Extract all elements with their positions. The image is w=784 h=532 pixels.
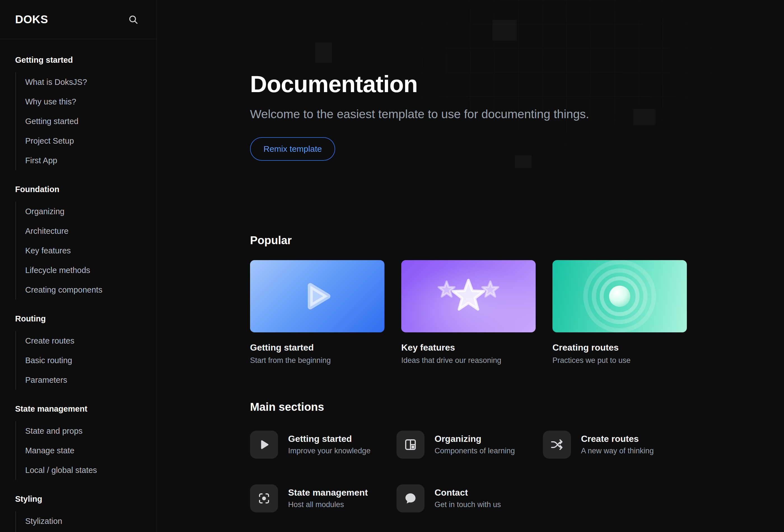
nav-items: What is DoksJS? Why use this? Getting st… — [16, 72, 157, 170]
card-subtitle: Start from the beginning — [250, 356, 385, 365]
sidebar-item-first-app[interactable]: First App — [25, 151, 157, 170]
sidebar-item-parameters[interactable]: Parameters — [25, 370, 157, 390]
item-title: Getting started — [288, 434, 370, 444]
main-section-create-routes[interactable]: Create routes A new way of thinking — [543, 431, 689, 459]
nav-section-title: State management — [15, 404, 157, 414]
page-subtitle: Welcome to the easiest template to use f… — [250, 107, 784, 121]
item-subtitle: A new way of thinking — [581, 447, 654, 455]
card-subtitle: Ideas that drive our reasoning — [401, 356, 536, 365]
nav-section-foundation: Foundation Organizing Architecture Key f… — [0, 184, 157, 300]
item-subtitle: Host all modules — [288, 500, 368, 509]
item-title: Contact — [435, 487, 501, 498]
nav-section-title: Getting started — [15, 55, 157, 65]
nav-section-title: Styling — [15, 494, 157, 504]
nav-section-title: Routing — [15, 314, 157, 324]
sidebar-item-getting-started[interactable]: Getting started — [25, 111, 157, 131]
sidebar-item-architecture[interactable]: Architecture — [25, 221, 157, 241]
popular-heading: Popular — [250, 234, 784, 247]
search-icon — [128, 14, 139, 25]
main-sections-heading: Main sections — [250, 401, 784, 413]
sidebar-item-state-and-props[interactable]: State and props — [25, 421, 157, 441]
sidebar-item-local-global-states[interactable]: Local / global states — [25, 460, 157, 480]
shuffle-icon — [543, 431, 571, 459]
sidebar-item-manage-state[interactable]: Manage state — [25, 441, 157, 460]
main-section-organizing[interactable]: Organizing Components of learning — [396, 431, 543, 459]
card-key-features[interactable]: Key features Ideas that drive our reason… — [401, 260, 536, 365]
sidebar-item-organizing[interactable]: Organizing — [25, 202, 157, 221]
card-art-teal — [553, 260, 687, 332]
sidebar-item-key-features[interactable]: Key features — [25, 241, 157, 260]
nav-section-styling: Styling Stylization Dynamic styles — [0, 494, 157, 532]
sidebar-nav: Getting started What is DoksJS? Why use … — [0, 39, 157, 532]
item-subtitle: Improve your knowledge — [288, 447, 370, 455]
focus-icon — [250, 484, 278, 512]
item-subtitle: Get in touch with us — [435, 500, 501, 509]
card-subtitle: Practices we put to use — [553, 356, 687, 365]
nav-items: State and props Manage state Local / glo… — [16, 421, 157, 480]
chat-icon — [396, 484, 424, 512]
sidebar-item-creating-components[interactable]: Creating components — [25, 280, 157, 300]
card-title: Creating routes — [553, 342, 687, 353]
play-icon — [295, 274, 340, 319]
card-art-blue — [250, 260, 385, 332]
main-section-getting-started[interactable]: Getting started Improve your knowledge — [250, 431, 396, 459]
main-sections-grid: Getting started Improve your knowledge O… — [250, 431, 784, 512]
card-title: Key features — [401, 342, 536, 353]
sidebar-item-stylization[interactable]: Stylization — [25, 511, 157, 531]
card-getting-started[interactable]: Getting started Start from the beginning — [250, 260, 385, 365]
layout-icon — [396, 431, 424, 459]
ripple-icon — [553, 260, 687, 332]
sidebar-item-basic-routing[interactable]: Basic routing — [25, 351, 157, 370]
page-title: Documentation — [250, 0, 784, 96]
item-title: State management — [288, 487, 368, 498]
sidebar: DOKS Getting started What is DoksJS? Why… — [0, 0, 157, 532]
main-content: Documentation Welcome to the easiest tem… — [157, 0, 784, 532]
remix-template-button[interactable]: Remix template — [250, 137, 335, 161]
popular-cards: Getting started Start from the beginning… — [250, 260, 784, 365]
item-title: Create routes — [581, 434, 654, 444]
nav-section-state-management: State management State and props Manage … — [0, 404, 157, 480]
card-art-purple — [401, 260, 536, 332]
card-title: Getting started — [250, 342, 385, 353]
brand-logo: DOKS — [15, 13, 48, 26]
nav-items: Stylization Dynamic styles — [16, 511, 157, 532]
main-section-state-management[interactable]: State management Host all modules — [250, 484, 396, 512]
sidebar-item-create-routes[interactable]: Create routes — [25, 331, 157, 351]
item-title: Organizing — [435, 434, 515, 444]
search-button[interactable] — [126, 12, 140, 27]
play-icon — [250, 431, 278, 459]
nav-items: Organizing Architecture Key features Lif… — [16, 202, 157, 300]
item-subtitle: Components of learning — [435, 447, 515, 455]
sidebar-item-project-setup[interactable]: Project Setup — [25, 131, 157, 151]
sidebar-item-dynamic-styles[interactable]: Dynamic styles — [25, 531, 157, 532]
nav-section-routing: Routing Create routes Basic routing Para… — [0, 314, 157, 390]
sidebar-item-lifecycle-methods[interactable]: Lifecycle methods — [25, 260, 157, 280]
nav-items: Create routes Basic routing Parameters — [16, 331, 157, 390]
sidebar-header: DOKS — [0, 0, 157, 39]
sidebar-item-why-use-this[interactable]: Why use this? — [25, 92, 157, 111]
nav-section-title: Foundation — [15, 184, 157, 194]
stars-icon — [432, 273, 505, 320]
card-creating-routes[interactable]: Creating routes Practices we put to use — [553, 260, 687, 365]
nav-section-getting-started: Getting started What is DoksJS? Why use … — [0, 55, 157, 170]
main-section-contact[interactable]: Contact Get in touch with us — [396, 484, 543, 512]
sidebar-item-what-is-doksjs[interactable]: What is DoksJS? — [25, 72, 157, 92]
